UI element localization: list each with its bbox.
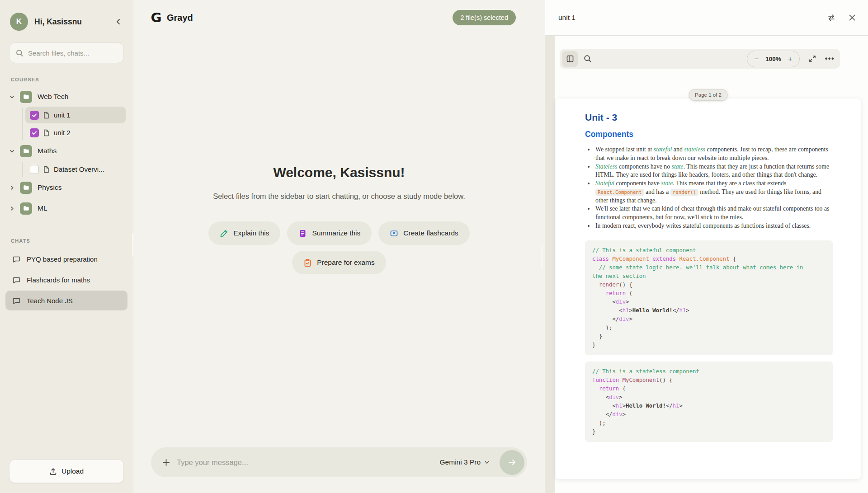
sidebar-scroll: COURSES Web Tech unit 1 (0, 66, 133, 452)
file-label: Dataset Overvi... (54, 165, 104, 173)
sidebar-collapse-button[interactable] (113, 16, 124, 27)
chevron-left-icon (115, 18, 122, 25)
course-folder-ml[interactable]: ML (5, 199, 127, 217)
explain-this-button[interactable]: Explain this (208, 221, 280, 245)
study-modes-row-2: Prepare for exams (292, 251, 386, 274)
checkbox-unchecked[interactable] (30, 165, 39, 174)
more-options-icon[interactable]: ••• (825, 55, 835, 63)
chat-bubble-icon (13, 276, 20, 284)
file-row-dataset-overview[interactable]: Dataset Overvi... (25, 161, 126, 178)
doc-bullet-list: We stopped last unit at stateful and sta… (585, 146, 833, 230)
viewer-resize-handle[interactable] (541, 245, 542, 269)
search-input[interactable] (28, 49, 117, 57)
zoom-out-button[interactable]: − (754, 55, 759, 63)
chevron-down-icon[interactable] (8, 148, 15, 154)
chat-bubble-icon (13, 255, 20, 263)
study-modes-row-1: Explain this Summarize this Create flash… (208, 221, 470, 245)
sidebar: K Hi, Kasissnu COURSES Web Tech (0, 0, 133, 493)
chevron-right-icon[interactable] (8, 206, 15, 211)
sidebar-footer: Upload (0, 452, 133, 493)
study-modes: Explain this Summarize this Create flash… (208, 221, 470, 274)
pdf-search-icon[interactable] (584, 55, 592, 63)
checkbox-checked[interactable] (30, 128, 39, 137)
clipboard-check-icon (303, 258, 312, 267)
zoom-in-button[interactable]: + (788, 55, 793, 63)
thumbnail-panel-toggle-button[interactable] (562, 51, 578, 67)
button-label: Explain this (233, 229, 269, 237)
chat-label: Flashcards for maths (27, 276, 90, 284)
pencil-icon (220, 229, 228, 238)
send-button[interactable] (500, 450, 524, 475)
file-row-unit-1[interactable]: unit 1 (25, 107, 126, 123)
button-label: Summarize this (312, 229, 360, 237)
attach-plus-icon[interactable] (162, 458, 170, 467)
file-icon (43, 112, 50, 119)
folder-icon (20, 202, 32, 215)
chat-bubble-icon (13, 297, 20, 305)
flashcard-icon (390, 229, 398, 238)
upload-button[interactable]: Upload (9, 460, 124, 483)
swap-panel-icon[interactable] (827, 13, 836, 22)
chats-section-label: CHATS (11, 238, 122, 244)
avatar[interactable]: K (10, 13, 28, 31)
page-number-badge: Page 1 of 2 (689, 89, 728, 101)
chat-label: PYQ based preparation (27, 255, 98, 263)
course-folder-physics[interactable]: Physics (5, 178, 127, 197)
folder-label: Web Tech (38, 93, 68, 101)
chat-item-pyq-based-preparation[interactable]: PYQ based preparation (5, 249, 127, 269)
viewer-title: unit 1 (558, 14, 827, 22)
welcome-subtitle: Select files from the sidebar to start c… (213, 192, 465, 201)
viewer-header: unit 1 (545, 0, 868, 36)
folder-children: Dataset Overvi... (5, 161, 127, 178)
panel-left-icon (566, 55, 574, 63)
doc-bullet: Stateful components have state. This mea… (594, 179, 833, 205)
folder-label: Physics (38, 183, 61, 192)
upload-label: Upload (61, 467, 84, 475)
folder-label: ML (38, 204, 47, 212)
model-name: Gemini 3 Pro (440, 458, 481, 466)
search-box[interactable] (9, 42, 124, 63)
summarize-this-button[interactable]: Summarize this (287, 221, 372, 245)
chevron-down-icon[interactable] (8, 94, 15, 100)
courses-section-label: COURSES (11, 77, 122, 82)
folder-icon (20, 145, 32, 157)
doc-bullet: Stateless components have no state. This… (594, 163, 833, 180)
pdf-toolbar: − 100% + ••• (560, 49, 840, 69)
sidebar-resize-handle[interactable] (132, 233, 133, 257)
create-flashcards-button[interactable]: Create flashcards (378, 221, 469, 245)
file-icon (43, 129, 50, 136)
prepare-for-exams-button[interactable]: Prepare for exams (292, 251, 386, 274)
viewer-gutter (545, 36, 555, 493)
document-icon (298, 229, 307, 238)
course-folder-web-tech[interactable]: Web Tech (5, 88, 127, 106)
fullscreen-icon[interactable] (808, 55, 816, 63)
folder-icon (20, 182, 32, 194)
chat-label: Teach Node JS (27, 297, 73, 305)
folder-icon (20, 91, 32, 103)
pdf-viewer-panel: unit 1 (545, 0, 868, 493)
doc-bullet: We stopped last unit at stateful and sta… (594, 146, 833, 163)
model-selector[interactable]: Gemini 3 Pro (440, 458, 490, 466)
welcome-zone: Welcome, Kasissnu! Select files from the… (133, 14, 545, 426)
close-icon[interactable] (848, 14, 856, 22)
folder-children: unit 1 unit 2 (5, 107, 127, 141)
doc-bullet: We'll see later that we can kind of chea… (594, 205, 833, 222)
file-label: unit 1 (54, 111, 71, 119)
zoom-level: 100% (765, 56, 781, 62)
message-input[interactable] (177, 458, 434, 467)
course-folder-maths[interactable]: Maths (5, 142, 127, 160)
message-composer[interactable]: Gemini 3 Pro (151, 447, 527, 477)
code-block-stateful: // This is a stateful componentclass MyC… (585, 240, 833, 355)
file-row-unit-2[interactable]: unit 2 (25, 124, 126, 141)
doc-bullet: In modern react, everybody writes statef… (594, 222, 833, 230)
main-panel: G Grayd 2 file(s) selected Welcome, Kasi… (133, 0, 545, 493)
chat-item-flashcards-for-maths[interactable]: Flashcards for maths (5, 270, 127, 290)
welcome-title: Welcome, Kasissnu! (273, 165, 405, 180)
search-icon (16, 49, 24, 57)
chevron-right-icon[interactable] (8, 185, 15, 191)
file-icon (43, 166, 50, 173)
doc-subheading: Components (585, 130, 833, 139)
checkbox-checked[interactable] (30, 111, 39, 120)
chat-item-teach-node-js[interactable]: Teach Node JS (5, 291, 127, 310)
zoom-controls: − 100% + (747, 51, 799, 67)
